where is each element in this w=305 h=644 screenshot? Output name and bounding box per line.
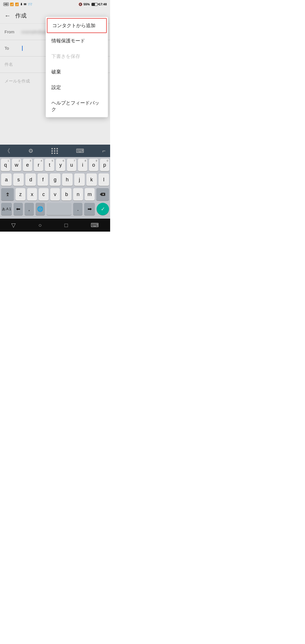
menu-item-privacy-mode[interactable]: 情報保護モード <box>46 33 108 49</box>
menu-item-discard[interactable]: 破棄 <box>46 64 108 80</box>
menu-item-settings[interactable]: 設定 <box>46 80 108 95</box>
context-menu: コンタクトから追加 情報保護モード 下書きを保存 破棄 設定 ヘルプとフィードバ… <box>46 17 108 117</box>
menu-item-help[interactable]: ヘルプとフィードバック <box>46 95 108 117</box>
menu-item-add-contact[interactable]: コンタクトから追加 <box>47 18 107 33</box>
menu-item-save-draft: 下書きを保存 <box>46 49 108 64</box>
